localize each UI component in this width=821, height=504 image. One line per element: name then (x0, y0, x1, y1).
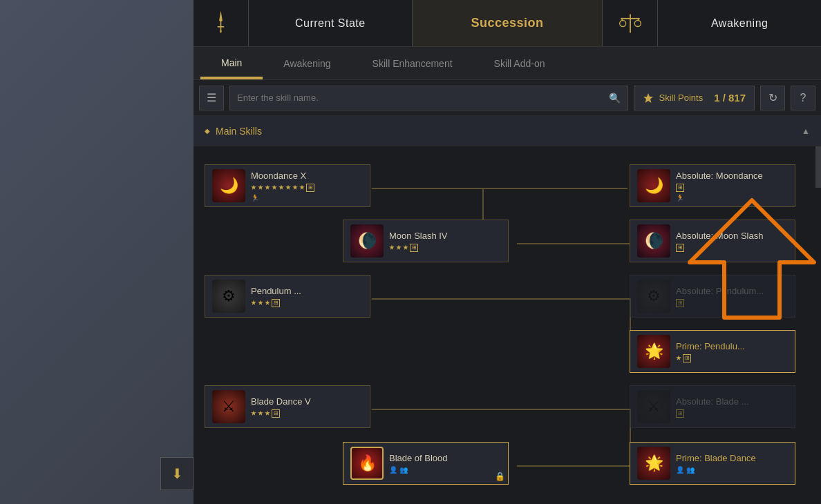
subicons-moondance: 🏃 (251, 194, 363, 202)
sword-icon-section[interactable] (194, 0, 249, 46)
connector-moondance-abs-h (482, 188, 627, 189)
skill-icon-prime-blade: 🌟 (637, 447, 670, 480)
skill-points-label: Skill Points (659, 93, 704, 103)
expand-icon-moondance[interactable]: ⊞ (306, 184, 314, 192)
skill-points-icon (643, 93, 654, 104)
main-skills-label: Main Skills (216, 126, 262, 137)
scrollbar[interactable] (815, 146, 821, 504)
connector-pendulum-h (372, 298, 631, 300)
skill-name-abs-pendulum: Absolute: Pendulum... (676, 286, 788, 296)
connector-moondance-h (372, 188, 482, 189)
subicons-prime-blade: 👤 👥 (676, 466, 788, 474)
skill-card-moon-slash[interactable]: 🌘 Moon Slash IV ⊞ (343, 220, 509, 262)
scales-icon-section[interactable] (603, 0, 658, 46)
expand-icon-pendulum[interactable]: ⊞ (272, 299, 280, 307)
skill-card-prime-blade[interactable]: 🌟 Prime: Blade Dance 👤 👥 (630, 442, 795, 485)
skill-name-moondance: Moondance X (251, 171, 363, 181)
subicons-blade-blood: 👤 👥 (389, 466, 501, 474)
filter-row: ☰ 🔍 Skill Points 1 / 817 ↻ ? (194, 80, 821, 116)
tab-awakening[interactable]: Awakening (263, 47, 351, 79)
skill-icon-abs-blade: ⚔ (637, 390, 670, 423)
section-header: ◆ Main Skills ▲ (194, 116, 821, 146)
search-icon: 🔍 (609, 93, 621, 104)
skill-icon-abs-pendulum: ⚙ (637, 280, 670, 313)
skill-name-prime-pendulum: Prime: Pendulu... (676, 341, 788, 351)
main-panel: Current State Succession Awakening Main … (194, 0, 821, 504)
search-input[interactable] (237, 93, 603, 103)
svg-marker-0 (219, 10, 223, 21)
scales-icon (618, 11, 643, 36)
tab-main[interactable]: Main (200, 47, 263, 79)
expand-icon-blade-dance[interactable]: ⊞ (272, 409, 280, 418)
skill-tree: 🌙 Moondance X ⊞ (205, 157, 810, 504)
skill-icon-moon-slash: 🌘 (350, 224, 384, 258)
skill-icon-abs-moondance: 🌙 (637, 169, 670, 202)
skill-icon-prime-pendulum: 🌟 (637, 335, 670, 368)
skill-card-prime-pendulum[interactable]: 🌟 Prime: Pendulu... ⊞ (630, 330, 795, 373)
svg-marker-10 (643, 93, 653, 103)
top-navigation: Current State Succession Awakening (194, 0, 821, 47)
help-button[interactable]: ? (791, 86, 815, 110)
skill-card-moondance[interactable]: 🌙 Moondance X ⊞ (205, 164, 370, 207)
skill-icon-moondance: 🌙 (212, 169, 245, 202)
filter-button[interactable]: ☰ (199, 86, 224, 110)
tab-skill-addon[interactable]: Skill Add-on (473, 47, 566, 79)
expand-prime-pendulum[interactable]: ⊞ (683, 354, 691, 362)
connector-blade-blood-h (517, 465, 631, 467)
skill-card-blade-dance[interactable]: ⚔ Blade Dance V ⊞ (205, 385, 370, 428)
skill-points-value: 1 / 817 (714, 92, 746, 104)
skill-card-abs-moon-slash[interactable]: 🌘 Absolute: Moon Slash ⊞ (630, 220, 795, 262)
left-background (0, 0, 194, 504)
sword-icon (207, 10, 234, 37)
skill-name-blade-dance: Blade Dance V (251, 396, 363, 407)
svg-marker-3 (220, 30, 222, 32)
stars-moon-slash: ⊞ (389, 244, 501, 252)
skill-card-abs-pendulum[interactable]: ⚙ Absolute: Pendulum... ⊞ (630, 275, 795, 318)
stars-abs-pendulum: ⊞ (676, 299, 788, 307)
refresh-button[interactable]: ↻ (760, 86, 785, 110)
skill-card-abs-blade[interactable]: ⚔ Absolute: Blade ... ⊞ (630, 385, 795, 428)
svg-rect-2 (218, 26, 225, 28)
search-box[interactable]: 🔍 (229, 86, 628, 110)
stars-prime-pendulum: ⊞ (676, 354, 788, 362)
subicons-abs-moondance: 🏃 (676, 194, 788, 202)
stars-abs-moon-slash: ⊞ (676, 244, 788, 252)
current-state-label: Current State (295, 17, 366, 30)
tabs-row: Main Awakening Skill Enhancement Skill A… (194, 47, 821, 80)
stars-moondance: ⊞ (251, 184, 363, 192)
collapse-button[interactable]: ▲ (802, 126, 810, 136)
skill-icon-blade-dance: ⚔ (212, 390, 245, 423)
nav-succession[interactable]: Succession (413, 0, 603, 46)
skill-points-section: Skill Points 1 / 817 (634, 86, 755, 110)
stars-abs-blade: ⊞ (676, 409, 788, 418)
expand-abs-moon-slash[interactable]: ⊞ (676, 244, 684, 252)
skill-name-pendulum: Pendulum ... (251, 286, 363, 296)
nav-awakening[interactable]: Awakening (658, 0, 821, 46)
skill-name-moon-slash: Moon Slash IV (389, 231, 501, 241)
expand-abs-pendulum[interactable]: ⊞ (676, 299, 684, 307)
scrollbar-thumb[interactable] (815, 146, 821, 188)
stars-abs-moondance: ⊞ (676, 184, 788, 192)
expand-abs-blade[interactable]: ⊞ (676, 409, 684, 418)
diamond-icon: ◆ (205, 127, 210, 135)
skill-name-blade-blood: Blade of Blood (389, 453, 501, 463)
stars-pendulum: ⊞ (251, 299, 363, 307)
succession-label: Succession (471, 16, 543, 30)
expand-abs-moondance[interactable]: ⊞ (676, 184, 684, 192)
svg-point-7 (634, 20, 641, 26)
skill-icon-blade-blood: 🔥 (350, 447, 384, 480)
connector-blade-h (372, 409, 631, 410)
skill-name-abs-moon-slash: Absolute: Moon Slash (676, 231, 788, 241)
nav-current-state[interactable]: Current State (249, 0, 413, 46)
download-button[interactable]: ⬇ (160, 457, 194, 490)
connector-abs-moonslash-h (517, 243, 631, 244)
skills-area: 🌙 Moondance X ⊞ (194, 146, 821, 504)
section-header-left: ◆ Main Skills (205, 126, 262, 137)
skill-card-pendulum[interactable]: ⚙ Pendulum ... ⊞ (205, 275, 370, 318)
tab-skill-enhancement[interactable]: Skill Enhancement (352, 47, 473, 79)
skill-card-blade-blood[interactable]: 🔥 Blade of Blood 👤 👥 🔒 (343, 442, 509, 485)
lock-icon-blade-blood: 🔒 (495, 472, 505, 481)
skill-name-abs-moondance: Absolute: Moondance (676, 171, 788, 181)
expand-icon-moon-slash[interactable]: ⊞ (410, 244, 418, 252)
skill-card-abs-moondance[interactable]: 🌙 Absolute: Moondance ⊞ 🏃 (630, 164, 795, 207)
